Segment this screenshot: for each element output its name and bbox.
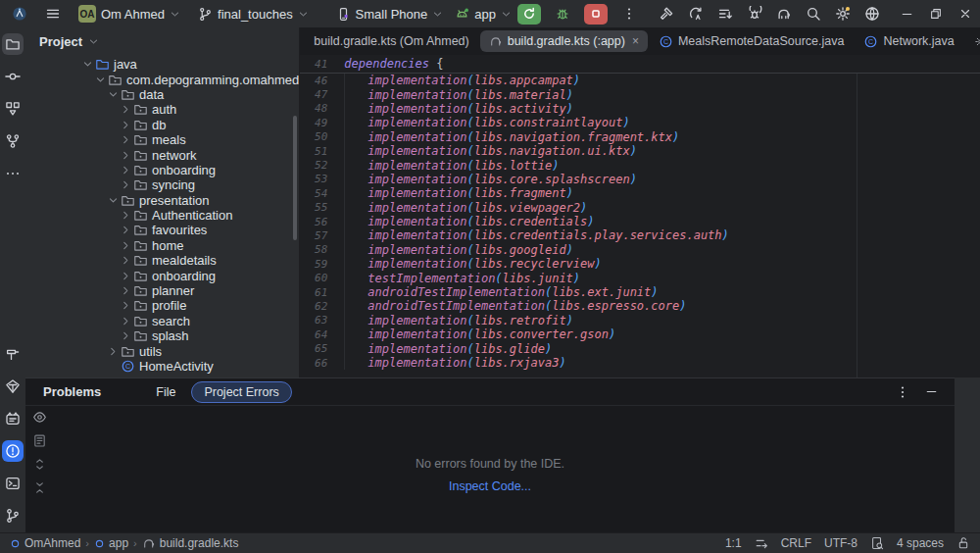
tree-item-data[interactable]: data: [25, 87, 299, 102]
more-run-actions-icon[interactable]: [615, 2, 643, 25]
chevron-down-icon[interactable]: [94, 75, 107, 85]
chevron-right-icon[interactable]: [120, 165, 132, 176]
apply-changes-icon[interactable]: [682, 2, 710, 25]
breadcrumb-item[interactable]: build.gradle.kts: [142, 536, 239, 550]
collapse-all-icon[interactable]: [32, 480, 47, 495]
tree-item-syncing[interactable]: syncing: [25, 177, 299, 192]
tree-item-search[interactable]: search: [25, 314, 299, 328]
code-line[interactable]: 59 implementation(libs.recyclerview): [300, 257, 980, 271]
tab-project-errors[interactable]: Project Errors: [191, 381, 291, 403]
code-line[interactable]: 64 implementation(libs.converter.gson): [300, 327, 980, 341]
project-panel-title[interactable]: Project: [39, 34, 82, 49]
line-separator[interactable]: CRLF: [781, 536, 811, 550]
project-folder-icon[interactable]: [2, 33, 24, 55]
chevron-right-icon[interactable]: [120, 179, 132, 190]
search-everywhere-icon[interactable]: [800, 2, 827, 25]
chevron-right-icon[interactable]: [120, 285, 132, 296]
problems-icon[interactable]: [2, 440, 24, 462]
device-selector[interactable]: Small Phone: [330, 4, 450, 25]
tree-item-planner[interactable]: planner: [25, 283, 299, 298]
caret-position[interactable]: 1:1: [725, 536, 742, 550]
panel-options-kebab-icon[interactable]: [895, 384, 910, 400]
preview-eye-icon[interactable]: [32, 410, 47, 425]
chevron-right-icon[interactable]: [120, 210, 132, 221]
chevron-right-icon[interactable]: [120, 271, 132, 281]
code-line[interactable]: 52 implementation(libs.lottie): [300, 158, 980, 172]
terminal-icon[interactable]: [2, 473, 24, 494]
code-line[interactable]: 63 implementation(libs.retrofit): [300, 314, 980, 327]
file-encoding[interactable]: UTF-8: [824, 536, 858, 550]
code-line[interactable]: 66 implementation(libs.rxjava3): [300, 356, 980, 370]
build-tool-icon[interactable]: [2, 343, 24, 365]
tree-item-java[interactable]: java: [25, 57, 299, 72]
chevron-right-icon[interactable]: [107, 346, 120, 357]
structure-icon[interactable]: [2, 98, 24, 120]
tab-file[interactable]: File: [144, 382, 187, 402]
chevron-down-icon[interactable]: [107, 89, 120, 100]
tree-item-utils[interactable]: utils: [25, 343, 299, 358]
more-tool-windows-icon[interactable]: [2, 163, 24, 184]
window-close-button[interactable]: [951, 0, 980, 27]
open-in-editor-icon[interactable]: [32, 433, 47, 448]
panel-hide-icon[interactable]: [924, 384, 939, 399]
app-insights-icon[interactable]: [2, 376, 24, 397]
code-line[interactable]: 61 androidTestImplementation(libs.ext.ju…: [300, 285, 980, 299]
code-editor[interactable]: 46 implementation(libs.appcampat)47 impl…: [300, 74, 980, 377]
code-line[interactable]: 49 implementation(libs.constraintlayout): [300, 116, 980, 129]
chevron-right-icon[interactable]: [120, 255, 132, 266]
tree-item-network[interactable]: network: [25, 147, 299, 162]
sticky-code-line[interactable]: 41 dependencies {: [300, 55, 980, 74]
chevron-right-icon[interactable]: [120, 240, 132, 251]
tree-item-favourites[interactable]: favourites: [25, 223, 299, 237]
tree-item-com.depogramming.omahmed[interactable]: com.depogramming.omahmed: [25, 72, 299, 86]
tree-item-onboarding[interactable]: onboarding: [25, 163, 299, 177]
tree-item-splash[interactable]: splash: [25, 328, 299, 343]
code-line[interactable]: 56 implementation(libs.credentials): [300, 215, 980, 228]
vcs-branch-widget[interactable]: final_touches: [192, 4, 315, 25]
chevron-down-icon[interactable]: [88, 36, 99, 47]
stop-button[interactable]: [584, 4, 608, 25]
build-hammer-icon[interactable]: [653, 2, 680, 25]
code-line[interactable]: 47 implementation(libs.material): [300, 87, 980, 101]
code-line[interactable]: 55 implementation(libs.viewpager2): [300, 201, 980, 215]
chevron-right-icon[interactable]: [120, 104, 132, 115]
indentation[interactable]: 4 spaces: [897, 536, 944, 550]
chevron-right-icon[interactable]: [120, 150, 132, 161]
tree-item-authentication[interactable]: Authentication: [25, 208, 299, 223]
code-line[interactable]: 65 implementation(libs.glide): [300, 341, 980, 355]
code-line[interactable]: 50 implementation(libs.navigation.fragme…: [300, 130, 980, 144]
debug-button[interactable]: [549, 2, 576, 25]
code-style-icon[interactable]: [870, 536, 884, 550]
inspect-code-link[interactable]: Inspect Code...: [449, 479, 531, 493]
run-configuration-selector[interactable]: app: [449, 4, 517, 25]
chevron-right-icon[interactable]: [120, 134, 132, 145]
goto-line-icon[interactable]: [755, 536, 768, 550]
code-line[interactable]: 62 androidTestImplementation(libs.espres…: [300, 299, 980, 313]
window-restore-button[interactable]: [921, 0, 951, 27]
window-minimize-button[interactable]: [892, 0, 921, 27]
gradle-sync-icon[interactable]: [770, 2, 798, 25]
chevron-right-icon[interactable]: [120, 316, 132, 327]
chevron-right-icon[interactable]: [120, 120, 132, 130]
code-line[interactable]: 57 implementation(libs.credentials.play.…: [300, 228, 980, 242]
tree-item-db[interactable]: db: [25, 118, 299, 132]
tree-item-onboarding[interactable]: onboarding: [25, 268, 299, 282]
logcat-icon[interactable]: [2, 408, 24, 429]
chevron-right-icon[interactable]: [120, 330, 132, 341]
tree-item-profile[interactable]: profile: [25, 298, 299, 313]
project-widget[interactable]: OA Om Ahmed: [73, 2, 186, 25]
account-icon[interactable]: [858, 2, 886, 25]
tab-close-icon[interactable]: ×: [632, 34, 639, 48]
code-line[interactable]: 60 testImplementation(libs.junit): [300, 271, 980, 284]
rerun-button[interactable]: [517, 4, 541, 25]
code-line[interactable]: 53 implementation(libs.core.splashscreen…: [300, 173, 980, 186]
profile-app-icon[interactable]: [741, 2, 768, 25]
code-line[interactable]: 46 implementation(libs.appcampat): [300, 74, 980, 87]
editor-tab[interactable]: CMealsRemoteDataSource.java: [650, 30, 854, 52]
expand-all-icon[interactable]: [32, 457, 47, 472]
tree-item-meals[interactable]: meals: [25, 132, 299, 147]
code-line[interactable]: 58 implementation(libs.googleid): [300, 243, 980, 257]
project-scrollbar[interactable]: [293, 116, 297, 240]
editor-tab[interactable]: CNetwork.java: [855, 30, 962, 52]
editor-tab[interactable]: build.gradle.kts (:app)×: [480, 30, 648, 52]
